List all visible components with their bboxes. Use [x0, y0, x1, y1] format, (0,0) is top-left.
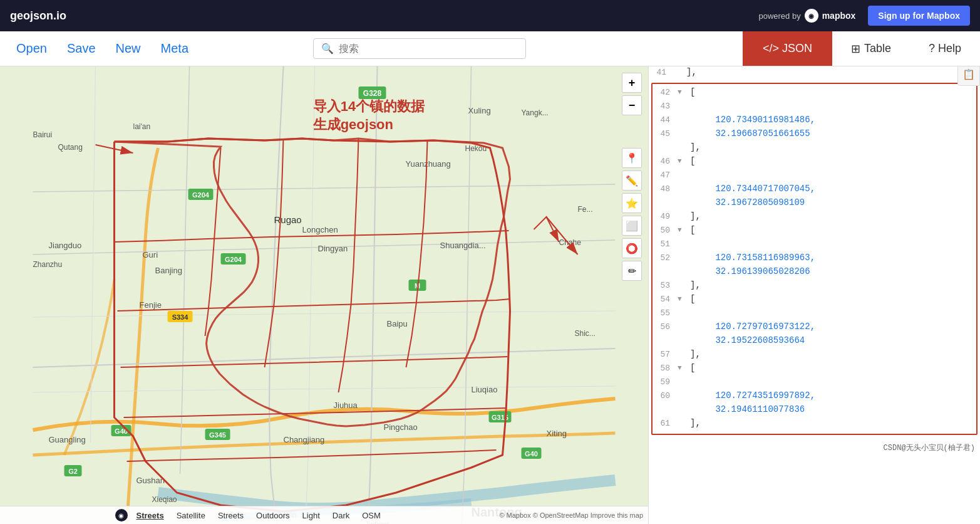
line-num-61: 61 [652, 418, 678, 428]
svg-text:Liuqiao: Liuqiao [472, 385, 498, 394]
line-arrow-58[interactable]: ▼ [678, 363, 688, 372]
svg-text:Jiuhua: Jiuhua [334, 401, 358, 410]
line-content-48b: 32.19672805098109 [688, 197, 976, 207]
svg-text:Yangk...: Yangk... [522, 108, 549, 117]
line-arrow-54[interactable]: ▼ [678, 294, 688, 303]
map-type-outdoors[interactable]: Outdoors [252, 510, 293, 521]
line-num-60b [652, 404, 678, 405]
svg-text:G204: G204 [192, 191, 210, 199]
line-arrow-b1 [678, 142, 688, 144]
line-content-60b: 32.19461110077836 [688, 404, 976, 414]
svg-text:Longchen: Longchen [302, 225, 338, 234]
polygon-tool-button[interactable]: ⭐ [622, 193, 642, 213]
tab-help[interactable]: ? Help [910, 31, 980, 66]
map-type-satellite[interactable]: Satellite [173, 510, 209, 521]
line-num-bracket-1 [652, 142, 678, 143]
line-arrow-51 [678, 239, 688, 240]
save-link[interactable]: Save [57, 41, 106, 56]
line-arrow-46[interactable]: ▼ [678, 156, 688, 165]
main-content: G328 G204 G204 S334 G40 G345 G315 [0, 66, 980, 524]
tool-buttons: 📍 ✏️ ⭐ ⬜ ⭕ ✏ [622, 148, 642, 281]
line-content-52b: 32.196139065028206 [688, 266, 976, 276]
line-arrow-48b [678, 197, 688, 199]
line-num-48: 48 [652, 184, 678, 194]
tab-table[interactable]: ⊞ Table [832, 31, 910, 66]
new-link[interactable]: New [106, 41, 151, 56]
line-num-59: 59 [652, 377, 678, 387]
line-tool-button[interactable]: ✏️ [622, 170, 642, 191]
top-bar: geojson.io powered by ◉ mapbox Sign up f… [0, 0, 980, 31]
search-input[interactable] [339, 43, 518, 55]
watermark: CSDN@无头小宝贝(柚子君) [649, 438, 980, 456]
json-line-61: 61 ], [652, 417, 976, 431]
line-content-45: 32.196687051661655 [688, 128, 976, 139]
search-box[interactable]: 🔍 [313, 38, 526, 59]
line-content-53: ], [688, 280, 976, 290]
line-num-56: 56 [652, 322, 678, 332]
open-link[interactable]: Open [6, 41, 57, 56]
line-arrow-56 [678, 322, 688, 323]
svg-text:Yuanzhuang: Yuanzhuang [406, 159, 451, 169]
line-arrow-41 [674, 67, 684, 68]
svg-text:G328: G328 [363, 89, 382, 98]
map-type-streets-left[interactable]: Streets [133, 510, 168, 521]
svg-text:Zhanzhu: Zhanzhu [33, 260, 63, 269]
json-line-51: 51 [652, 238, 976, 252]
tab-json[interactable]: </> JSON [743, 31, 832, 66]
line-content-50: [ [688, 225, 976, 235]
json-line-55: 55 [652, 307, 976, 321]
search-icon: 🔍 [321, 43, 334, 55]
svg-text:G2: G2 [68, 468, 78, 475]
svg-text:G345: G345 [209, 431, 226, 439]
copy-icon: 📋 [962, 68, 975, 80]
marker-tool-button[interactable]: 📍 [622, 148, 642, 168]
json-line-46: 46 ▼ [ [652, 155, 976, 169]
powered-by-section: powered by ◉ mapbox [758, 9, 855, 23]
json-line-48b: 32.19672805098109 [652, 197, 976, 211]
json-highlight-section: 42 ▼ [ 43 44 120.73490116981486, [651, 83, 977, 435]
map-type-dark[interactable]: Dark [329, 510, 353, 521]
json-line-60: 60 120.72743516997892, [652, 390, 976, 404]
map-type-streets-right[interactable]: Streets [214, 510, 247, 521]
line-num-55: 55 [652, 308, 678, 318]
json-line-54: 54 ▼ [ [652, 293, 976, 307]
rectangle-tool-button[interactable]: ⬜ [622, 216, 642, 236]
svg-text:S334: S334 [172, 313, 189, 321]
svg-text:Xiting: Xiting [547, 429, 567, 438]
annotation-box: 导入14个镇的数据 生成geojson [313, 98, 425, 134]
annotation-overlay: 导入14个镇的数据 生成geojson [313, 98, 425, 134]
line-content-60: 120.72743516997892, [688, 390, 976, 401]
line-arrow-47 [678, 170, 688, 171]
map-type-osm[interactable]: OSM [358, 510, 384, 521]
json-content[interactable]: 41 ], 42 ▼ [ 43 [649, 66, 980, 524]
line-num-60: 60 [652, 390, 678, 401]
line-num-41: 41 [649, 67, 674, 77]
line-content-b1: ], [688, 142, 976, 152]
map-type-bar: ◉ Streets Satellite Streets Outdoors Lig… [0, 506, 648, 524]
line-content-54: [ [688, 294, 976, 304]
annotation-line1: 导入14个镇的数据 [313, 98, 425, 116]
line-arrow-57 [678, 349, 688, 350]
line-arrow-55 [678, 308, 688, 309]
line-num-58: 58 [652, 363, 678, 373]
map-attribution: © Mapbox © OpenStreetMap Improve this ma… [499, 511, 643, 519]
json-line-59: 59 [652, 376, 976, 390]
line-content-41: ], [684, 67, 980, 77]
circle-tool-button[interactable]: ⭕ [622, 238, 642, 258]
map-area[interactable]: G328 G204 G204 S334 G40 G345 G315 [0, 66, 648, 524]
line-arrow-42[interactable]: ▼ [678, 87, 688, 96]
svg-text:Fe...: Fe... [578, 205, 593, 214]
json-line-58: 58 ▼ [ [652, 362, 976, 376]
nav-links: Open Save New Meta [0, 41, 205, 56]
copy-button[interactable]: 📋 [957, 66, 980, 86]
line-num-56b [652, 335, 678, 336]
line-arrow-50[interactable]: ▼ [678, 225, 688, 234]
map-type-light[interactable]: Light [299, 510, 324, 521]
line-num-44: 44 [652, 115, 678, 125]
mapbox-logo-icon: ◉ [805, 9, 818, 23]
edit-tool-button[interactable]: ✏ [622, 261, 642, 281]
zoom-out-button[interactable]: − [622, 95, 642, 115]
signup-button[interactable]: Sign up for Mapbox [868, 6, 970, 26]
meta-link[interactable]: Meta [151, 41, 199, 56]
zoom-in-button[interactable]: + [622, 73, 642, 93]
